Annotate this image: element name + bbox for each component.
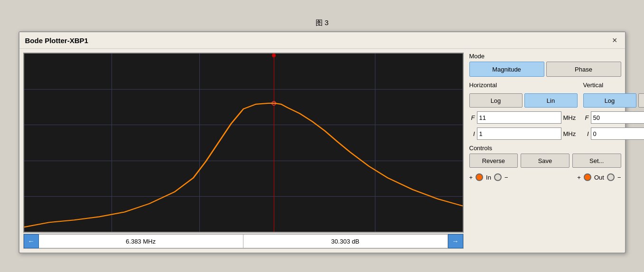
hz-vert-row: Horizontal Log Lin F MHz I MHz: [469, 82, 621, 140]
vertical-buttons: Log Lin: [583, 93, 644, 108]
horizontal-section: Horizontal Log Lin F MHz I MHz: [469, 82, 578, 140]
vertical-i-row: I dB: [583, 127, 644, 140]
main-window: Bode Plotter-XBP1 ×: [19, 31, 626, 254]
in-plus-label: +: [469, 174, 473, 181]
horizontal-log-button[interactable]: Log: [469, 93, 523, 108]
horizontal-lin-button[interactable]: Lin: [524, 93, 578, 108]
out-label: Out: [594, 174, 604, 181]
vertical-f-label: F: [583, 114, 589, 121]
out-minus-radio[interactable]: [607, 173, 615, 181]
status-db: 30.303 dB: [243, 234, 448, 248]
out-plus-label: +: [577, 174, 581, 181]
vertical-i-label: I: [583, 130, 589, 137]
horizontal-f-input[interactable]: [477, 111, 561, 124]
horizontal-f-unit: MHz: [563, 114, 578, 121]
page-title: 图 3: [316, 18, 329, 27]
horizontal-i-unit: MHz: [563, 130, 578, 137]
horizontal-f-label: F: [469, 114, 475, 121]
main-content: ← 6.383 MHz 30.303 dB → Mode Magnitude P…: [19, 49, 625, 253]
vertical-log-button[interactable]: Log: [583, 93, 636, 108]
horizontal-i-row: I MHz: [469, 127, 578, 140]
plot-section: ← 6.383 MHz 30.303 dB →: [23, 53, 464, 249]
save-button[interactable]: Save: [521, 154, 569, 168]
plot-canvas: [23, 53, 464, 233]
vertical-f-row: F dB: [583, 111, 644, 124]
status-frequency: 6.383 MHz: [39, 234, 243, 248]
horizontal-buttons: Log Lin: [469, 93, 578, 108]
title-bar: Bode Plotter-XBP1 ×: [19, 32, 625, 49]
in-minus-label: −: [504, 174, 508, 181]
io-row: + In − + Out −: [469, 173, 621, 181]
controls-section: Controls Reverse Save Set...: [469, 145, 621, 168]
mode-buttons: Magnitude Phase: [469, 62, 621, 77]
controls-label: Controls: [469, 145, 621, 152]
left-arrow-button[interactable]: ←: [24, 234, 39, 248]
out-minus-label: −: [617, 174, 621, 181]
controls-panel: Mode Magnitude Phase Horizontal Log Lin …: [469, 53, 621, 249]
mode-section: Mode Magnitude Phase: [469, 53, 621, 77]
phase-button[interactable]: Phase: [546, 62, 621, 77]
vertical-label: Vertical: [583, 82, 644, 89]
close-button[interactable]: ×: [610, 36, 619, 45]
vertical-i-input[interactable]: [591, 127, 644, 140]
reverse-button[interactable]: Reverse: [469, 154, 518, 168]
right-arrow-button[interactable]: →: [448, 234, 463, 248]
vertical-section: Vertical Log Lin F dB I dB: [583, 82, 644, 140]
out-plus-radio[interactable]: [584, 173, 591, 181]
horizontal-i-input[interactable]: [477, 127, 561, 140]
set-button[interactable]: Set...: [572, 154, 621, 168]
horizontal-label: Horizontal: [469, 82, 578, 89]
horizontal-i-label: I: [469, 130, 475, 137]
in-minus-radio[interactable]: [494, 173, 502, 181]
in-label: In: [486, 174, 491, 181]
status-bar: ← 6.383 MHz 30.303 dB →: [23, 234, 464, 249]
vertical-lin-button[interactable]: Lin: [638, 93, 644, 108]
horizontal-f-row: F MHz: [469, 111, 578, 124]
magnitude-button[interactable]: Magnitude: [469, 62, 544, 77]
in-plus-radio[interactable]: [476, 173, 483, 181]
bode-curve-svg: [24, 54, 463, 232]
vertical-f-input[interactable]: [591, 111, 644, 124]
control-buttons: Reverse Save Set...: [469, 154, 621, 168]
mode-label: Mode: [469, 53, 621, 60]
window-title: Bode Plotter-XBP1: [25, 36, 88, 45]
